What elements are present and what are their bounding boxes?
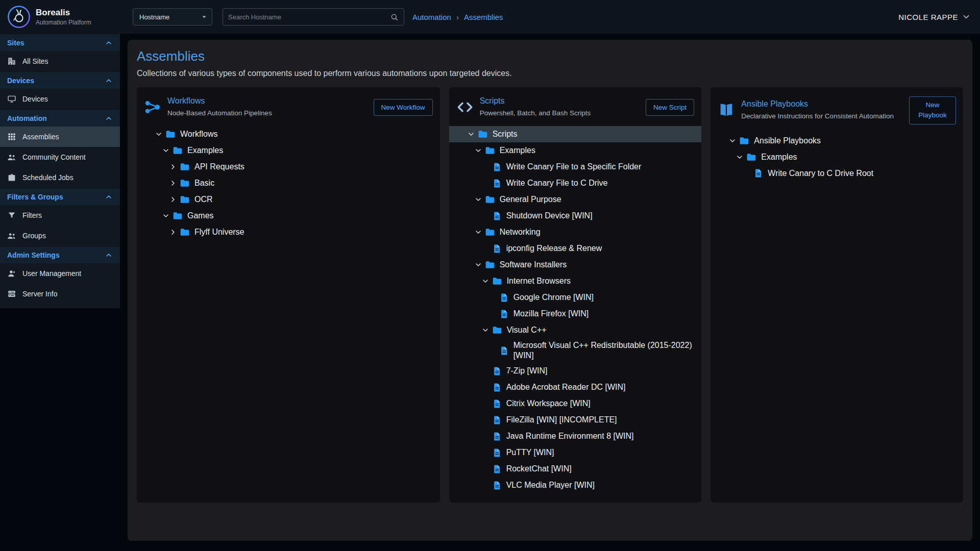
sidebar-section-label: Filters & Groups: [7, 193, 63, 201]
breadcrumb-assemblies[interactable]: Assemblies: [464, 13, 503, 21]
sidebar-item-user-management[interactable]: User Management: [0, 263, 120, 284]
app-subtitle: Automation Platform: [36, 19, 91, 26]
file-icon: [492, 383, 502, 392]
sidebar-item-server-info[interactable]: Server Info: [0, 284, 120, 304]
chevron-down-icon[interactable]: [472, 228, 485, 236]
tree-item-software-installers[interactable]: Software Installers: [449, 257, 702, 273]
tree-item-visual-c[interactable]: Visual C++: [449, 322, 702, 338]
sidebar-item-devices[interactable]: Devices: [0, 89, 120, 109]
tree-item-citrix-workspace-win[interactable]: Citrix Workspace [WIN]: [449, 395, 702, 412]
panel-scripts: ScriptsPowershell, Batch, and Bash Scrip…: [449, 87, 702, 503]
tree-item-ocr[interactable]: OCR: [137, 191, 440, 208]
chevron-down-icon[interactable]: [152, 130, 165, 138]
borealis-logo: [7, 5, 31, 29]
new-workflow-button[interactable]: New Workflow: [374, 99, 433, 116]
sidebar-item-assemblies[interactable]: Assemblies: [0, 127, 120, 147]
tree-item-vlc-media-player-win[interactable]: VLC Media Player [WIN]: [449, 477, 702, 493]
folder-icon: [165, 129, 176, 139]
tree-item-ansible-playbooks[interactable]: Ansible Playbooks: [710, 133, 963, 149]
chevron-down-icon[interactable]: [159, 212, 173, 220]
tree-item-label: Visual C++: [507, 323, 547, 337]
chevron-right-icon[interactable]: [166, 163, 180, 171]
chevron-down-icon[interactable]: [472, 195, 485, 204]
tree-item-flyff-universe[interactable]: Flyff Universe: [137, 224, 440, 240]
tree-item-ipconfig-release-renew[interactable]: ipconfig Release & Renew: [449, 240, 702, 257]
file-icon: [492, 415, 502, 425]
sidebar-item-groups[interactable]: Groups: [0, 226, 120, 246]
tree-item-microsoft-visual-c-redistributable-2015-2022-win[interactable]: Microsoft Visual C++ Redistributable (20…: [449, 338, 702, 363]
sidebar-section-automation[interactable]: Automation: [0, 109, 120, 127]
file-icon: [492, 366, 502, 376]
tree-item-write-canary-to-c-drive-root[interactable]: Write Canary to C Drive Root: [710, 165, 963, 182]
tree-item-scripts[interactable]: Scripts: [449, 126, 702, 142]
tree-item-general-purpose[interactable]: General Purpose: [449, 191, 702, 208]
chevron-down-icon[interactable]: [479, 277, 492, 285]
tree-item-write-canary-file-to-a-specific-folder[interactable]: Write Canary File to a Specific Folder: [449, 159, 702, 175]
hostname-select-value: Hostname: [139, 13, 169, 21]
tree-item-label: Scripts: [493, 127, 518, 141]
sidebar-item-filters[interactable]: Filters: [0, 205, 120, 226]
tree-item-rocketchat-win[interactable]: RocketChat [WIN]: [449, 461, 702, 477]
tree-item-label: Adobe Acrobat Reader DC [WIN]: [506, 380, 626, 394]
folder-icon: [746, 152, 756, 162]
tree-item-java-runtime-environment-8-win[interactable]: Java Runtime Environment 8 [WIN]: [449, 428, 702, 444]
tree-item-label: Java Runtime Environment 8 [WIN]: [506, 429, 634, 443]
tree-item-basic[interactable]: Basic: [137, 175, 440, 191]
sidebar-section-label: Sites: [7, 39, 24, 47]
tree-item-adobe-acrobat-reader-dc-win[interactable]: Adobe Acrobat Reader DC [WIN]: [449, 379, 702, 395]
search-input[interactable]: [228, 13, 390, 21]
user-menu[interactable]: NICOLE RAPPE: [898, 12, 971, 21]
folder-icon: [485, 260, 495, 270]
breadcrumb-automation[interactable]: Automation: [412, 13, 451, 21]
folder-icon: [492, 325, 502, 335]
tree-item-label: Games: [187, 209, 214, 223]
chevron-right-icon[interactable]: [166, 228, 180, 236]
tree-item-7-zip-win[interactable]: 7-Zip [WIN]: [449, 363, 702, 379]
tree-item-api-requests[interactable]: API Requests: [137, 159, 440, 175]
sidebar-section-admin-settings[interactable]: Admin Settings: [0, 246, 120, 263]
sidebar-item-community-content[interactable]: Community Content: [0, 147, 120, 167]
panels: WorkflowsNode-Based Automation Pipelines…: [137, 87, 963, 503]
panel-workflows: WorkflowsNode-Based Automation Pipelines…: [137, 87, 440, 503]
sidebar-item-all-sites[interactable]: All Sites: [0, 51, 120, 71]
tree-item-internet-browsers[interactable]: Internet Browsers: [449, 273, 702, 289]
file-icon: [499, 309, 509, 319]
tree-item-filezilla-win-incomplete[interactable]: FileZilla [WIN] [INCOMPLETE]: [449, 412, 702, 428]
sidebar-item-scheduled-jobs[interactable]: Scheduled Jobs: [0, 167, 120, 188]
sidebar-section-filters-groups[interactable]: Filters & Groups: [0, 188, 120, 205]
tree-item-examples[interactable]: Examples: [710, 149, 963, 165]
sidebar-item-label: User Management: [22, 269, 81, 278]
tree-item-examples[interactable]: Examples: [449, 142, 702, 159]
tree-item-write-canary-file-to-c-drive[interactable]: Write Canary File to C Drive: [449, 175, 702, 191]
tree-item-networking[interactable]: Networking: [449, 224, 702, 240]
tree-item-workflows[interactable]: Workflows: [137, 126, 440, 142]
chevron-down-icon[interactable]: [479, 326, 492, 334]
folder-icon: [492, 276, 502, 286]
monitor-icon: [7, 94, 16, 104]
new-playbook-button[interactable]: New Playbook: [909, 96, 956, 124]
chevron-right-icon[interactable]: [166, 179, 180, 187]
tree-item-putty-win[interactable]: PuTTY [WIN]: [449, 444, 702, 461]
chevron-right-icon[interactable]: [166, 195, 180, 204]
tree-item-label: General Purpose: [500, 192, 561, 207]
chevron-down-icon[interactable]: [472, 261, 485, 269]
new-script-button[interactable]: New Script: [646, 99, 694, 116]
folder-icon: [180, 178, 190, 188]
tree-item-examples[interactable]: Examples: [137, 142, 440, 159]
chevron-down-icon[interactable]: [472, 146, 485, 155]
sidebar-item-label: Community Content: [22, 153, 86, 161]
hostname-select[interactable]: Hostname: [133, 8, 212, 26]
tree-item-mozilla-firefox-win[interactable]: Mozilla Firefox [WIN]: [449, 306, 702, 322]
sidebar-section-devices[interactable]: Devices: [0, 71, 120, 89]
sidebar-section-label: Admin Settings: [7, 251, 60, 259]
sidebar: SitesAll SitesDevicesDevicesAutomationAs…: [0, 34, 120, 308]
tree-item-google-chrome-win[interactable]: Google Chrome [WIN]: [449, 289, 702, 306]
chevron-down-icon[interactable]: [159, 146, 173, 155]
sidebar-section-sites[interactable]: Sites: [0, 34, 120, 51]
tree-item-shutdown-device-win[interactable]: Shutdown Device [WIN]: [449, 208, 702, 224]
chevron-down-icon[interactable]: [733, 153, 746, 161]
tree-item-games[interactable]: Games: [137, 208, 440, 224]
user-icon: [7, 269, 16, 278]
chevron-down-icon[interactable]: [726, 137, 739, 145]
chevron-down-icon[interactable]: [464, 130, 478, 138]
